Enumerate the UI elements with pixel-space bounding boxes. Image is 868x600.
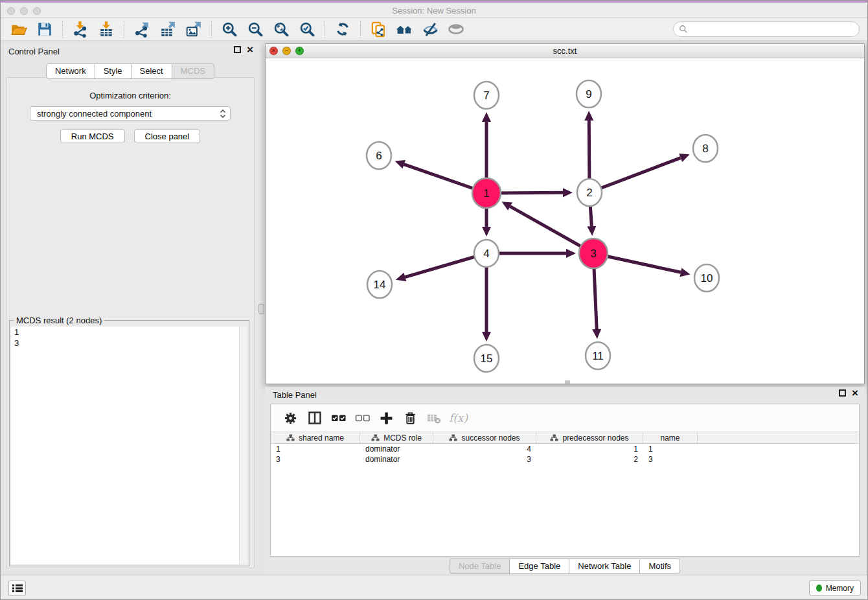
node-table-container: f(x) shared nameMCDS rolesuccessor nodes… [270,404,860,557]
tab-network[interactable]: Network [46,63,95,79]
split-divider-grip[interactable] [258,304,264,314]
tab-network-table[interactable]: Network Table [569,559,640,574]
close-panel-button[interactable]: Close panel [134,129,201,143]
graph-node-9[interactable]: 9 [577,80,601,108]
first-neighbors-button[interactable] [391,19,417,40]
tab-node-table[interactable]: Node Table [450,559,510,574]
hide-selected-button[interactable] [417,19,443,40]
zoom-in-button[interactable] [216,19,242,40]
network-window: × − + scc.txt 7968124314101511 [265,43,865,384]
window-titlebar: Session: New Session [1,1,867,18]
mcds-tab-panel: Optimization criterion: strongly connect… [6,77,255,568]
export-table-button[interactable] [155,19,181,40]
delete-column-button[interactable] [398,408,422,428]
criterion-select[interactable]: strongly connected component [30,106,231,121]
node-label: 9 [586,88,591,100]
table-cell: 1 [271,444,360,454]
float-panel-icon[interactable] [234,46,241,53]
graph-node-2[interactable]: 2 [577,179,602,206]
save-floppy-icon [36,21,53,38]
graph-node-4[interactable]: 4 [474,240,499,267]
table-cell: 1 [643,444,698,454]
table-row[interactable]: 3dominator323 [271,454,859,465]
graph-edge-2-8[interactable] [589,158,681,192]
zoom-in-icon [221,21,238,38]
tab-style[interactable]: Style [95,63,131,79]
node-table-body: 1dominator4113dominator323 [271,444,859,465]
graph-node-3[interactable]: 3 [579,238,608,268]
graph-node-11[interactable]: 11 [586,342,610,369]
tab-edge-table[interactable]: Edge Table [509,559,569,574]
import-table-button[interactable] [93,19,119,40]
export-image-button[interactable] [181,19,207,40]
show-columns-button[interactable] [303,408,326,428]
new-network-from-selection-button[interactable] [365,19,391,40]
export-network-button[interactable] [129,19,155,40]
import-network-button[interactable] [67,19,93,40]
graph-node-6[interactable]: 6 [367,142,391,169]
zoom-fit-button[interactable] [268,19,294,40]
column-header-successor-nodes[interactable]: successor nodes [433,432,536,443]
column-header-shared-name[interactable]: shared name [271,432,360,443]
tab-select[interactable]: Select [131,63,172,79]
task-history-button[interactable] [8,581,26,596]
search-field[interactable] [673,21,860,37]
column-tree-icon [371,434,380,441]
column-header-predecessor-nodes[interactable]: predecessor nodes [536,432,643,443]
open-session-button[interactable] [6,19,32,40]
network-graph[interactable]: 7968124314101511 [266,58,864,384]
result-scrollbar[interactable] [239,327,247,564]
table-cell: 3 [433,454,536,465]
apply-layout-button[interactable] [330,19,356,40]
table-settings-button[interactable] [279,408,303,428]
edge-arrowhead [592,329,601,339]
zoom-out-button[interactable] [242,19,268,40]
export-table-icon [159,21,176,38]
edge-arrowhead [584,111,593,121]
float-table-panel-icon[interactable] [839,389,846,397]
graph-node-15[interactable]: 15 [474,345,499,372]
graph-node-1[interactable]: 1 [472,178,501,208]
search-input[interactable] [688,25,859,34]
edge-arrowhead [482,112,491,122]
resize-grip[interactable] [565,380,570,384]
deselect-all-button[interactable] [350,408,374,428]
tab-mcds[interactable]: MCDS [172,63,214,79]
save-session-button[interactable] [32,19,58,40]
column-tree-icon [550,434,558,441]
table-row[interactable]: 1dominator411 [271,444,859,454]
select-all-button[interactable] [326,408,350,428]
column-header-MCDS-role[interactable]: MCDS role [360,432,433,443]
memory-button[interactable]: Memory [809,580,861,596]
import-network-icon [72,21,89,38]
zoom-selected-button[interactable] [294,19,320,40]
checked-boxes-icon [331,411,347,425]
close-table-panel-icon[interactable]: × [852,389,858,397]
main-toolbar [1,18,867,41]
network-window-titlebar: × − + scc.txt [266,44,864,58]
function-builder-button[interactable]: f(x) [446,408,470,428]
graph-node-10[interactable]: 10 [694,264,719,292]
control-panel-tabs: NetworkStyleSelectMCDS [1,63,260,79]
edge-arrowhead [482,332,491,341]
show-all-button[interactable] [443,19,469,40]
graph-node-7[interactable]: 7 [474,82,499,109]
column-header-name[interactable]: name [643,432,698,443]
tab-motifs[interactable]: Motifs [639,559,680,574]
houses-icon [395,20,413,38]
graph-node-8[interactable]: 8 [693,135,718,162]
run-mcds-button[interactable]: Run MCDS [60,129,125,143]
node-label: 6 [376,150,382,162]
control-panel-header: Control Panel × [1,43,260,60]
table-cell: dominator [360,454,433,465]
delete-table-button[interactable] [422,408,446,428]
column-header-label: shared name [299,433,344,443]
table-cell: 4 [433,444,536,454]
network-canvas[interactable]: 7968124314101511 [266,58,864,384]
graph-node-14[interactable]: 14 [367,271,392,298]
close-panel-icon[interactable]: × [247,46,253,53]
mcds-result-text[interactable]: 13 [11,327,247,564]
column-header-label: name [660,433,680,443]
add-column-button[interactable] [374,408,398,428]
optimization-criterion-label: Optimization criterion: [6,91,254,100]
